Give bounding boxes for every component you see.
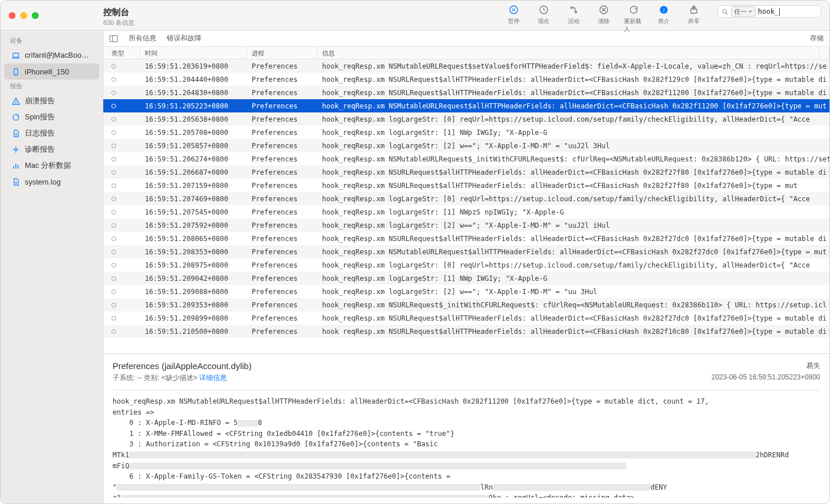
cell-time: 16:59:51.204440+0800 [140, 76, 247, 84]
sidebar-item[interactable]: Spin报告 [4, 109, 99, 125]
col-header-type[interactable]: 类型 [103, 47, 140, 59]
detail-info-link[interactable]: 详细信息 [199, 374, 227, 382]
redacted-span [129, 452, 756, 458]
tab-errors-faults[interactable]: 错误和故障 [167, 33, 201, 43]
cell-process: Preferences [247, 129, 317, 137]
cell-process: Preferences [247, 89, 317, 97]
tab-all-messages[interactable]: 所有信息 [129, 33, 156, 43]
close-window-button[interactable] [9, 12, 16, 19]
cell-time: 16:59:51.204830+0800 [140, 89, 247, 97]
bars-icon [11, 161, 20, 170]
detail-pane: Preferences (jailAppleAccount.dylib) 易失 … [103, 353, 829, 503]
log-type-icon [111, 130, 116, 135]
sidebar-item[interactable]: iPhone8_150 [4, 63, 99, 80]
cell-process: Preferences [247, 62, 317, 70]
doc-icon [11, 177, 20, 186]
sidebar-item[interactable]: crifanli的MacBoo… [4, 47, 99, 63]
search-field[interactable]: 任一 hook_ [717, 5, 821, 18]
col-header-msg[interactable]: 信息 [317, 47, 820, 59]
share-button[interactable]: 共享 [684, 4, 704, 25]
detail-volatile-label: 易失 [806, 361, 820, 371]
cell-message: hook_reqResp.xm NSURLRequest$allHTTPHead… [317, 89, 829, 97]
table-row[interactable]: 16:59:51.209042+0800Preferenceshook_reqR… [103, 272, 829, 285]
search-filter-pill[interactable]: 任一 [731, 6, 756, 17]
spin-icon [11, 112, 20, 122]
save-search-button[interactable]: 存储 [810, 33, 824, 43]
table-row[interactable]: 16:59:51.209088+0800Preferenceshook_reqR… [103, 285, 829, 298]
clock-icon [538, 4, 549, 16]
activity-button[interactable]: 活动 [564, 4, 584, 25]
cell-process: Preferences [247, 248, 317, 256]
table-row[interactable]: 16:59:51.209899+0800Preferenceshook_reqR… [103, 311, 829, 325]
svg-point-5 [575, 11, 577, 13]
table-row[interactable]: 16:59:51.204440+0800Preferenceshook_reqR… [103, 73, 829, 86]
cell-process: Preferences [247, 261, 317, 269]
sidebar-item[interactable]: Mac 分析数据 [4, 157, 99, 174]
now-label: 现在 [538, 17, 549, 25]
cell-message: hook_reqResp.xm logLargeStr: [2] w=="; "… [317, 288, 829, 296]
cell-time: 16:59:51.206687+0800 [140, 168, 247, 176]
cell-time: 16:59:51.207592+0800 [140, 221, 247, 230]
clear-icon [598, 4, 610, 16]
minimize-window-button[interactable] [20, 12, 27, 19]
redacted-span [117, 484, 480, 491]
table-row[interactable]: 16:59:51.208353+0800Preferenceshook_reqR… [103, 245, 829, 258]
cell-time: 16:59:51.207545+0800 [140, 208, 247, 216]
reload-button[interactable]: 重新载入 [624, 4, 644, 33]
log-table-body[interactable]: 16:59:51.203619+0800Preferenceshook_reqR… [103, 59, 829, 353]
detail-body[interactable]: hook_reqResp.xm NSMutableURLRequest$allH… [113, 396, 820, 498]
table-row[interactable]: 16:59:51.210500+0800Preferenceshook reqR… [103, 325, 829, 338]
table-row[interactable]: 16:59:51.208065+0800Preferenceshook_reqR… [103, 232, 829, 245]
sidebar-item[interactable]: system.log [4, 174, 99, 190]
table-row[interactable]: 16:59:51.205223+0800Preferenceshook_reqR… [103, 99, 829, 112]
sidebar-toggle-icon[interactable] [109, 35, 118, 43]
cell-message: hook_reqResp.xm logLargeStr: [2] w=="; "… [317, 142, 829, 150]
pause-button[interactable]: 暂停 [504, 4, 524, 25]
svg-line-14 [726, 12, 728, 14]
col-header-proc[interactable]: 进程 [247, 47, 317, 59]
table-row[interactable]: 16:59:51.205708+0800Preferenceshook_reqR… [103, 126, 829, 139]
clear-label: 清除 [598, 17, 610, 25]
info-button[interactable]: i 简介 [654, 4, 674, 25]
cell-process: Preferences [247, 142, 317, 150]
activity-icon [568, 4, 579, 16]
table-row[interactable]: 16:59:51.207469+0800Preferenceshook_reqR… [103, 192, 829, 205]
table-row[interactable]: 16:59:51.206274+0800Preferenceshook_reqR… [103, 152, 829, 166]
sidebar-item[interactable]: 诊断报告 [4, 141, 99, 157]
pause-icon [508, 4, 519, 16]
table-row[interactable]: 16:59:51.208975+0800Preferenceshook_reqR… [103, 258, 829, 272]
table-row[interactable]: 16:59:51.206687+0800Preferenceshook_reqR… [103, 166, 829, 179]
log-type-icon [111, 303, 116, 307]
warning-icon [11, 96, 20, 106]
cell-process: Preferences [247, 221, 317, 230]
table-row[interactable]: 16:59:51.207159+0800Preferenceshook_reqR… [103, 179, 829, 192]
table-row[interactable]: 16:59:51.203619+0800Preferenceshook_reqR… [103, 59, 829, 73]
cell-time: 16:59:51.209899+0800 [140, 314, 247, 322]
table-row[interactable]: 16:59:51.207592+0800Preferenceshook_reqR… [103, 219, 829, 232]
sidebar-item[interactable]: 日志报告 [4, 125, 99, 141]
col-header-time[interactable]: 时间 [140, 47, 247, 59]
titlebar: 控制台 830 条信息 暂停 现在 活动 [1, 1, 829, 31]
svg-rect-15 [13, 53, 18, 57]
sidebar-item-label: system.log [25, 178, 61, 186]
sidebar-item[interactable]: 崩溃报告 [4, 93, 99, 109]
svg-point-24 [14, 148, 17, 151]
sidebar: 设备crifanli的MacBoo…iPhone8_150报告崩溃报告Spin报… [1, 31, 103, 503]
cell-message: hook_reqResp.xm NSMutableURLRequest$allH… [317, 248, 829, 256]
table-row[interactable]: 16:59:51.209353+0800Preferenceshook_reqR… [103, 298, 829, 311]
table-row[interactable]: 16:59:51.205857+0800Preferenceshook_reqR… [103, 139, 829, 152]
cell-time: 16:59:51.208975+0800 [140, 261, 247, 269]
cell-time: 16:59:51.205857+0800 [140, 142, 247, 150]
search-filter-label: 任一 [734, 7, 747, 16]
svg-rect-30 [110, 35, 117, 42]
cell-message: hook_reqResp.xm NSURLRequest$allHTTPHead… [317, 182, 829, 190]
cell-process: Preferences [247, 155, 317, 163]
zoom-window-button[interactable] [32, 12, 39, 19]
clear-button[interactable]: 清除 [594, 4, 614, 25]
now-button[interactable]: 现在 [534, 4, 554, 25]
table-row[interactable]: 16:59:51.204830+0800Preferenceshook_reqR… [103, 86, 829, 99]
cell-message: hook_reqResp.xm logLargeStr: [0] reqUrl=… [317, 115, 829, 123]
table-row[interactable]: 16:59:51.205638+0800Preferenceshook_reqR… [103, 112, 829, 126]
cell-process: Preferences [247, 328, 317, 336]
table-row[interactable]: 16:59:51.207545+0800Preferenceshook_reqR… [103, 205, 829, 219]
